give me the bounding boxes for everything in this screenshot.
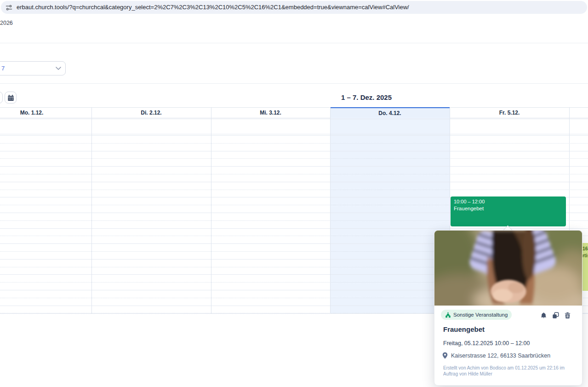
category-badge-label: Sonstige Veranstaltung [453,312,508,318]
hour-line [0,135,588,136]
week-title: 1 – 7. Dez. 2025 [274,93,458,101]
datepicker-button[interactable] [5,92,17,104]
half-hour-line [0,143,588,144]
page: erbaut.church.tools/?q=churchcal&categor… [0,0,588,387]
bell-icon[interactable] [540,312,547,319]
chevron-down-icon [56,67,61,70]
event-popup: Sonstige Veranstaltung Frauengebet Freit… [434,230,582,386]
day-header-fr[interactable]: Fr. 5.12. [450,107,569,118]
hour-line [0,151,588,151]
popup-location-row: Kaiserstrasse 122, 66133 Saarbrücken [442,352,550,359]
half-hour-line [0,174,588,174]
column-line [211,107,211,313]
site-settings-icon[interactable] [6,4,12,11]
year-label: 2026 [0,20,13,26]
divider-top [0,43,588,43]
hour-line [0,119,588,119]
prev-button-partial[interactable] [0,92,3,104]
calendar-icon [7,94,14,101]
hour-line [0,134,588,134]
hour-line [0,182,588,182]
hour-line [0,166,588,167]
trash-icon[interactable] [564,312,571,319]
day-header-di[interactable]: Di. 2.12. [91,107,211,118]
calendar-select-value: 7 [1,62,5,75]
day-header-do[interactable]: Do. 4.12. [330,107,450,118]
popup-event-datetime: Freitag, 05.12.2025 10:00 – 12:00 [443,340,530,347]
event-time: 10:00 – 12:00 [454,199,563,204]
event-frauengebet[interactable]: 10:00 – 12:00 Frauengebet [451,196,566,226]
column-line [330,107,331,313]
day-header-sa-partial[interactable] [569,107,588,118]
popup-actions [540,312,571,319]
event-title: Frauengebet [454,206,563,211]
event-title-fragment: rtis [582,253,588,258]
event-photo [434,231,582,306]
category-badge: Sonstige Veranstaltung [441,310,512,320]
popup-created-info: Erstellt von Achim von Bodisco am 01.12.… [443,365,573,377]
popup-event-title: Frauengebet [443,325,485,333]
highlighted-day-column [331,118,450,313]
half-hour-line [0,158,588,159]
location-pin-icon [442,352,448,359]
url-text[interactable]: erbaut.church.tools/?q=churchcal&categor… [17,1,409,14]
hour-line [0,228,588,229]
header-row-bottom-border [0,118,588,118]
half-hour-line [0,190,588,190]
day-header-mi[interactable]: Mi. 3.12. [211,107,330,118]
church-icon [445,312,451,318]
column-line [91,107,92,313]
url-bar[interactable]: erbaut.church.tools/?q=churchcal&categor… [1,1,587,14]
event-time-fragment: 16: [582,246,588,251]
popup-location-text: Kaiserstrasse 122, 66133 Saarbrücken [451,352,550,359]
divider-toolbar [0,83,588,84]
day-header-mo[interactable]: Mo. 1.12. [0,107,91,118]
calendar-select[interactable]: 7 [0,61,66,75]
duplicate-icon[interactable] [552,312,559,319]
